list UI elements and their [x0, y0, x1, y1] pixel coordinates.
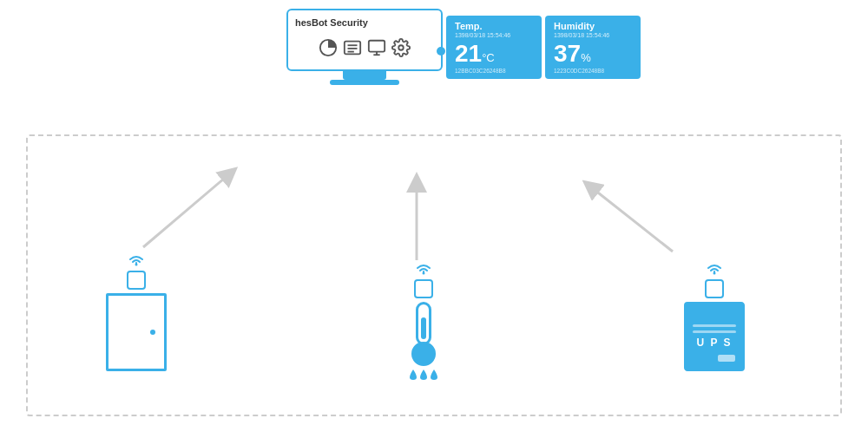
humidity-value: 37: [554, 40, 581, 67]
monitor-area: hesBot Security: [286, 9, 641, 85]
ups-sensor-box: [705, 279, 724, 298]
pie-chart-icon: [319, 38, 338, 57]
thermo-bulb: [411, 342, 436, 366]
monitor-stand: [343, 71, 386, 80]
ups-device: U P S: [684, 261, 745, 371]
door-device: [106, 252, 167, 371]
door-frame: [106, 293, 167, 371]
ups-line-2: [693, 330, 736, 333]
svg-point-12: [398, 45, 404, 50]
humidity-unit: %: [581, 51, 591, 64]
svg-point-13: [135, 264, 138, 266]
ups-line-1: [693, 324, 736, 327]
temp-date: 1398/03/18 15:54:46: [455, 32, 533, 38]
ups-body: U P S: [684, 302, 745, 371]
list-icon: [343, 38, 362, 57]
ups-label: U P S: [696, 337, 732, 349]
temp-wifi-icon: [414, 261, 433, 278]
display-icon: [367, 38, 386, 57]
temp-label: Temp.: [455, 21, 533, 31]
svg-point-15: [713, 272, 716, 275]
humidity-value-row: 37%: [554, 42, 632, 66]
connector-dot: [437, 47, 445, 56]
drop-3: [431, 369, 437, 380]
humidity-id: 1223C0DC26248B8: [554, 68, 632, 74]
thermometer: [411, 302, 436, 366]
drop-2: [420, 369, 427, 380]
svg-rect-9: [369, 41, 385, 52]
room-area: U P S: [26, 134, 842, 416]
temp-value: 21: [455, 40, 482, 67]
temp-sensor-box: [414, 279, 433, 298]
temp-id: 12BBC03C26248B8: [455, 68, 533, 74]
drop-1: [410, 369, 417, 380]
humidity-date: 1398/03/18 15:54:46: [554, 32, 632, 38]
door-sensor-box: [127, 271, 146, 290]
info-panels: Temp. 1398/03/18 15:54:46 21°C 12BBC03C2…: [446, 16, 641, 79]
door-wifi-icon: [127, 252, 146, 269]
gear-icon: [391, 38, 411, 57]
water-drops: [410, 369, 437, 380]
ups-button: [718, 355, 735, 362]
monitor-title: hesBot Security: [295, 17, 434, 28]
svg-point-14: [423, 272, 425, 275]
temp-device: [410, 261, 437, 380]
ups-wifi-icon: [705, 261, 724, 278]
thermo-body: [416, 302, 431, 345]
temp-panel: Temp. 1398/03/18 15:54:46 21°C 12BBC03C2…: [446, 16, 542, 79]
temp-unit: °C: [482, 51, 495, 64]
monitor: hesBot Security: [286, 9, 443, 85]
monitor-base: [330, 80, 399, 85]
door-knob: [150, 330, 155, 335]
humidity-panel: Humidity 1398/03/18 15:54:46 37% 1223C0D…: [545, 16, 641, 79]
temp-value-row: 21°C: [455, 42, 533, 66]
humidity-label: Humidity: [554, 21, 632, 31]
monitor-screen: hesBot Security: [286, 9, 443, 71]
monitor-icons: [295, 33, 434, 62]
